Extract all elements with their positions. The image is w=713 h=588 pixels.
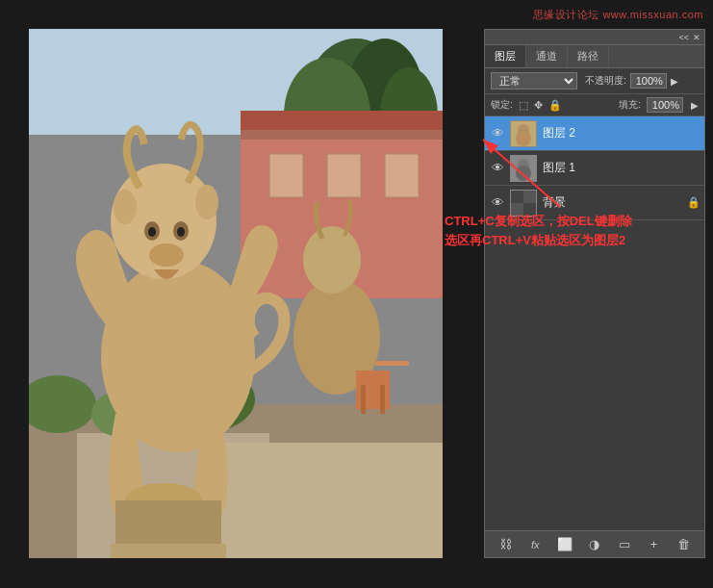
close-btn[interactable]: ✕	[693, 33, 700, 42]
svg-point-25	[148, 227, 156, 237]
svg-rect-35	[361, 385, 366, 414]
layer-thumb-1	[510, 155, 537, 182]
layer-item-1[interactable]: 👁 图层 1	[485, 151, 704, 186]
delete-layer-btn[interactable]: 🗑	[673, 534, 694, 555]
svg-rect-10	[385, 154, 419, 197]
eye-icon-bg[interactable]: 👁	[489, 194, 506, 212]
eye-icon-1[interactable]: 👁	[489, 160, 506, 177]
blend-mode-select[interactable]: 正常	[491, 72, 577, 89]
tab-paths[interactable]: 路径	[568, 45, 609, 67]
layer-item-bg[interactable]: 👁 背景 🔒	[485, 186, 704, 220]
svg-point-22	[195, 185, 218, 219]
svg-rect-45	[523, 203, 536, 216]
link-layers-btn[interactable]: ⛓	[495, 534, 516, 555]
svg-rect-9	[327, 154, 361, 197]
opacity-arrow[interactable]: ▶	[671, 76, 678, 87]
opacity-label: 不透明度:	[585, 74, 626, 88]
layer-item-2[interactable]: 👁 图层 2	[485, 116, 704, 151]
layers-empty-space	[485, 220, 704, 355]
layer-name-bg: 背景	[543, 194, 683, 211]
blend-mode-row: 正常 不透明度: ▶	[485, 68, 704, 94]
svg-point-39	[516, 131, 531, 146]
fill-label: 填充:	[619, 98, 641, 112]
layer-thumb-2	[510, 120, 537, 147]
svg-rect-29	[115, 500, 221, 549]
layer-thumb-bg	[510, 190, 537, 217]
lock-row: 锁定: ⬚ ✥ 🔒 填充: ▶	[485, 94, 704, 116]
svg-rect-7	[241, 111, 443, 130]
bg-lock-icon: 🔒	[687, 196, 700, 209]
fill-arrow[interactable]: ▶	[691, 100, 699, 111]
collapse-btn[interactable]: <<	[678, 33, 689, 42]
layers-list[interactable]: 👁 图层 2 👁 图层 1	[485, 116, 704, 530]
canvas-image	[29, 29, 443, 558]
layer-name-2: 图层 2	[543, 125, 700, 141]
opacity-input[interactable]	[630, 73, 667, 89]
watermark: 思缘设计论坛 www.missxuan.com	[533, 8, 703, 22]
svg-rect-8	[269, 154, 303, 197]
lock-pixel-icon[interactable]: ⬚	[519, 99, 528, 112]
svg-rect-36	[380, 385, 385, 414]
mask-btn[interactable]: ⬜	[554, 534, 575, 555]
fx-btn[interactable]: fx	[524, 534, 546, 555]
lock-position-icon[interactable]: ✥	[534, 99, 543, 112]
lock-all-icon[interactable]: 🔒	[548, 99, 562, 112]
panel-collapse-bar: << ✕	[485, 30, 704, 45]
svg-rect-44	[511, 191, 523, 203]
layers-panel: << ✕ 图层 通道 路径 正常 不透明度: ▶ 锁定: ⬚ ✥ 🔒 填充: ▶	[484, 29, 705, 558]
adjustment-btn[interactable]: ◑	[584, 534, 605, 555]
svg-point-32	[303, 226, 361, 294]
fill-input[interactable]	[647, 97, 683, 113]
svg-rect-13	[202, 443, 443, 558]
new-layer-btn[interactable]: +	[644, 534, 665, 555]
svg-rect-34	[375, 361, 409, 366]
svg-point-26	[177, 227, 185, 237]
svg-point-42	[516, 166, 531, 181]
tab-layers[interactable]: 图层	[485, 45, 526, 67]
lock-label: 锁定:	[491, 98, 513, 112]
tab-channels[interactable]: 通道	[526, 45, 568, 67]
svg-point-27	[149, 243, 184, 267]
panel-tabs: 图层 通道 路径	[485, 45, 704, 68]
eye-icon-2[interactable]: 👁	[489, 125, 506, 142]
canvas-area	[29, 29, 443, 558]
group-btn[interactable]: ▭	[614, 534, 635, 555]
panel-toolbar: ⛓ fx ⬜ ◑ ▭ + 🗑	[485, 530, 704, 557]
layer-name-1: 图层 1	[543, 160, 700, 176]
svg-point-21	[114, 190, 137, 224]
svg-rect-30	[111, 544, 226, 558]
